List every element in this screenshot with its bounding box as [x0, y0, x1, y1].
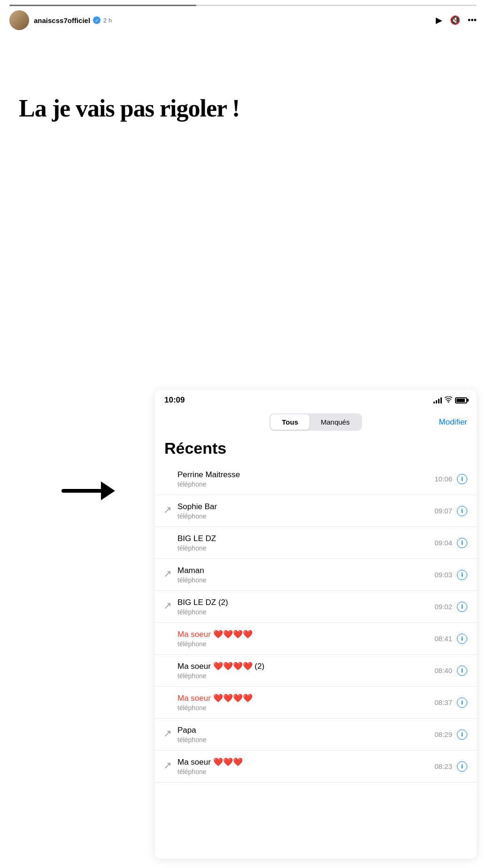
tab-missed[interactable]: Manqués — [309, 414, 361, 430]
call-item-time: 08:40 — [434, 666, 452, 674]
signal-bar-2 — [436, 400, 437, 403]
svg-marker-1 — [101, 481, 115, 500]
info-button[interactable]: i — [457, 474, 467, 484]
info-button[interactable]: i — [457, 729, 467, 740]
call-item-name: Ma soeur ❤️❤️❤️ — [177, 757, 434, 767]
info-button[interactable]: i — [457, 538, 467, 548]
phone-status-bar: 10:09 — [155, 390, 477, 409]
call-item-name: Ma soeur ❤️❤️❤️❤️ — [177, 693, 434, 703]
call-item-type: téléphone — [177, 576, 434, 584]
wifi-icon — [445, 396, 452, 404]
call-item-type: téléphone — [177, 512, 434, 520]
call-item-time: 09:04 — [434, 539, 452, 547]
call-item-name: Perrine Maitresse — [177, 470, 434, 480]
call-item-type: téléphone — [177, 608, 434, 616]
missed-call-icon — [164, 507, 174, 515]
story-header: anaiscss7officiel ✓ 2 h ▶ 🔇 ••• — [9, 10, 477, 30]
call-item-time: 09:07 — [434, 507, 452, 515]
call-item-type: téléphone — [177, 480, 434, 488]
phone-screenshot: 10:09 Tous Man — [155, 390, 477, 859]
call-item-time: 08:41 — [434, 635, 452, 643]
call-item-name: Papa — [177, 726, 434, 735]
story-username: anaiscss7officiel — [34, 16, 90, 24]
call-item: Ma soeur ❤️❤️❤️❤️ téléphone 08:37 i — [155, 687, 477, 719]
call-item-right: 08:37 i — [434, 698, 467, 708]
call-item-right: 08:23 i — [434, 761, 467, 772]
status-time: 10:09 — [164, 395, 185, 405]
story-progress-bar — [9, 5, 477, 6]
call-item-info: BIG LE DZ téléphone — [177, 534, 434, 552]
call-item: Ma soeur ❤️❤️❤️❤️ (2) téléphone 08:40 i — [155, 655, 477, 687]
call-item-type: téléphone — [177, 544, 434, 552]
call-item-info: Ma soeur ❤️❤️❤️❤️ téléphone — [177, 629, 434, 648]
call-item: Papa téléphone 08:29 i — [155, 719, 477, 751]
info-button[interactable]: i — [457, 506, 467, 516]
call-item: BIG LE DZ téléphone 09:04 i — [155, 527, 477, 559]
call-item: Sophie Bar téléphone 09:07 i — [155, 495, 477, 527]
call-item-info: Ma soeur ❤️❤️❤️❤️ téléphone — [177, 693, 434, 712]
info-button[interactable]: i — [457, 602, 467, 612]
call-item-type: téléphone — [177, 672, 434, 680]
call-item-info: BIG LE DZ (2) téléphone — [177, 598, 434, 616]
call-item: Ma soeur ❤️❤️❤️ téléphone 08:23 i — [155, 751, 477, 783]
tab-all[interactable]: Tous — [270, 414, 309, 430]
verified-badge: ✓ — [93, 16, 100, 24]
missed-call-icon — [164, 603, 174, 611]
call-item-right: 08:41 i — [434, 634, 467, 644]
signal-bar-1 — [433, 402, 435, 403]
story-time: 2 h — [103, 17, 112, 24]
recents-header: Récents — [155, 435, 477, 463]
call-item-right: 09:04 i — [434, 538, 467, 548]
mute-button[interactable]: 🔇 — [450, 15, 460, 25]
signal-bar-3 — [438, 399, 440, 403]
call-item-time: 10:06 — [434, 475, 452, 483]
call-item-type: téléphone — [177, 704, 434, 712]
story-progress-fill — [9, 5, 196, 6]
info-button[interactable]: i — [457, 634, 467, 644]
call-item-name: Sophie Bar — [177, 502, 434, 512]
info-button[interactable]: i — [457, 570, 467, 580]
main-text: La je vais pas rigoler ! — [19, 94, 467, 123]
story-controls[interactable]: ▶ 🔇 ••• — [436, 15, 477, 25]
call-item: Perrine Maitresse téléphone 10:06 i — [155, 463, 477, 495]
call-item-name: BIG LE DZ — [177, 534, 434, 543]
status-icons — [433, 396, 467, 404]
call-item-right: 08:40 i — [434, 666, 467, 676]
call-item-time: 08:29 — [434, 730, 452, 738]
arrow-icon — [61, 477, 117, 505]
call-item-right: 09:07 i — [434, 506, 467, 516]
call-item: Ma soeur ❤️❤️❤️❤️ téléphone 08:41 i — [155, 623, 477, 655]
call-item-info: Ma soeur ❤️❤️❤️❤️ (2) téléphone — [177, 661, 434, 680]
story-user-info: anaiscss7officiel ✓ 2 h — [34, 16, 431, 24]
call-item-info: Perrine Maitresse téléphone — [177, 470, 434, 488]
call-item-name: BIG LE DZ (2) — [177, 598, 434, 607]
call-item-right: 09:02 i — [434, 602, 467, 612]
call-item-time: 08:23 — [434, 762, 452, 770]
call-item-right: 08:29 i — [434, 729, 467, 740]
signal-bar-4 — [440, 397, 442, 403]
avatar[interactable] — [9, 10, 29, 30]
call-item-time: 08:37 — [434, 698, 452, 706]
modifier-button[interactable]: Modifier — [439, 418, 467, 427]
info-button[interactable]: i — [457, 666, 467, 676]
call-item-type: téléphone — [177, 640, 434, 648]
signal-bars-icon — [433, 397, 442, 403]
missed-call-icon — [164, 571, 174, 579]
call-item-time: 09:02 — [434, 603, 452, 611]
tab-group[interactable]: Tous Manqués — [270, 413, 362, 431]
more-button[interactable]: ••• — [468, 16, 477, 25]
call-item-info: Sophie Bar téléphone — [177, 502, 434, 520]
avatar-image — [9, 10, 29, 30]
info-button[interactable]: i — [457, 761, 467, 772]
call-item-name: Maman — [177, 566, 434, 575]
play-button[interactable]: ▶ — [436, 15, 442, 25]
call-item: Maman téléphone 09:03 i — [155, 559, 477, 591]
call-item-name: Ma soeur ❤️❤️❤️❤️ (2) — [177, 661, 434, 671]
arrow-outline — [46, 467, 132, 515]
call-list: Perrine Maitresse téléphone 10:06 i Soph… — [155, 463, 477, 783]
battery-fill — [456, 399, 465, 402]
call-item: BIG LE DZ (2) téléphone 09:02 i — [155, 591, 477, 623]
call-item-right: 10:06 i — [434, 474, 467, 484]
info-button[interactable]: i — [457, 698, 467, 708]
call-item-type: téléphone — [177, 736, 434, 744]
